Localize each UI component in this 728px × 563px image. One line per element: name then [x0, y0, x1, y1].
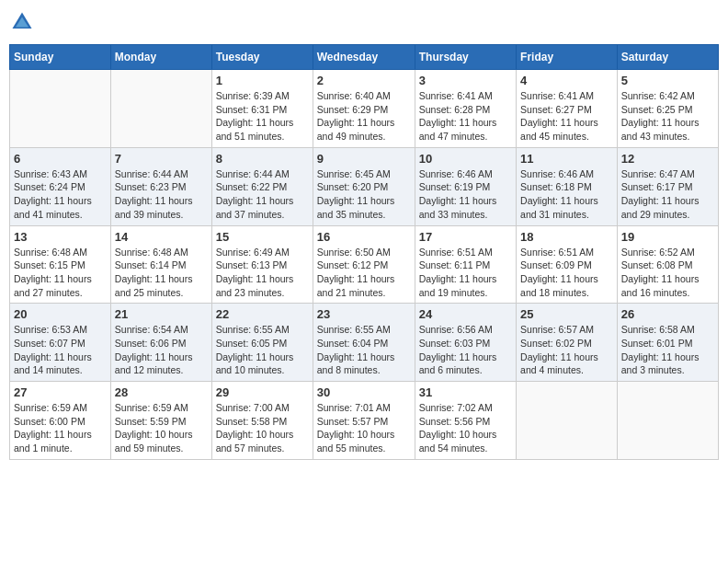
day-info: Sunrise: 6:50 AMSunset: 6:12 PMDaylight:…	[317, 246, 411, 300]
day-number: 6	[14, 152, 107, 166]
calendar-cell: 2Sunrise: 6:40 AMSunset: 6:29 PMDaylight…	[313, 70, 415, 148]
day-number: 19	[621, 230, 714, 244]
day-info: Sunrise: 6:40 AMSunset: 6:29 PMDaylight:…	[317, 89, 411, 144]
day-info: Sunrise: 6:48 AMSunset: 6:14 PMDaylight:…	[115, 246, 208, 300]
day-info: Sunrise: 6:51 AMSunset: 6:11 PMDaylight:…	[419, 246, 512, 300]
day-info: Sunrise: 6:49 AMSunset: 6:13 PMDaylight:…	[216, 246, 309, 300]
week-row-5: 27Sunrise: 6:59 AMSunset: 6:00 PMDayligh…	[10, 382, 719, 460]
day-number: 16	[317, 230, 411, 244]
calendar-cell: 24Sunrise: 6:56 AMSunset: 6:03 PMDayligh…	[415, 304, 516, 382]
day-info: Sunrise: 6:45 AMSunset: 6:20 PMDaylight:…	[317, 167, 411, 222]
calendar-cell: 22Sunrise: 6:55 AMSunset: 6:05 PMDayligh…	[211, 304, 313, 382]
day-number: 21	[115, 307, 208, 321]
calendar-cell: 18Sunrise: 6:51 AMSunset: 6:09 PMDayligh…	[517, 225, 618, 304]
day-header-monday: Monday	[110, 45, 211, 70]
calendar-cell: 14Sunrise: 6:48 AMSunset: 6:14 PMDayligh…	[110, 225, 211, 304]
calendar-cell: 3Sunrise: 6:41 AMSunset: 6:28 PMDaylight…	[415, 70, 516, 148]
day-number: 29	[216, 385, 309, 399]
day-number: 20	[14, 307, 107, 321]
day-info: Sunrise: 6:43 AMSunset: 6:24 PMDaylight:…	[14, 167, 107, 222]
day-number: 9	[317, 152, 411, 166]
calendar-cell: 19Sunrise: 6:52 AMSunset: 6:08 PMDayligh…	[617, 225, 718, 304]
calendar-cell: 1Sunrise: 6:39 AMSunset: 6:31 PMDaylight…	[211, 70, 313, 148]
calendar-cell: 23Sunrise: 6:55 AMSunset: 6:04 PMDayligh…	[313, 304, 415, 382]
day-info: Sunrise: 6:58 AMSunset: 6:01 PMDaylight:…	[621, 323, 714, 377]
day-info: Sunrise: 6:42 AMSunset: 6:25 PMDaylight:…	[621, 89, 714, 144]
day-number: 1	[216, 74, 309, 87]
calendar-cell: 26Sunrise: 6:58 AMSunset: 6:01 PMDayligh…	[617, 304, 718, 382]
calendar-cell	[10, 70, 111, 148]
day-number: 22	[216, 307, 309, 321]
day-number: 5	[621, 74, 714, 87]
day-number: 24	[419, 307, 512, 321]
calendar-cell: 7Sunrise: 6:44 AMSunset: 6:23 PMDaylight…	[110, 147, 211, 225]
day-info: Sunrise: 6:55 AMSunset: 6:04 PMDaylight:…	[317, 323, 411, 377]
day-number: 25	[520, 307, 613, 321]
day-number: 7	[115, 152, 208, 166]
calendar-cell: 17Sunrise: 6:51 AMSunset: 6:11 PMDayligh…	[415, 225, 516, 304]
calendar-cell	[617, 382, 718, 460]
day-info: Sunrise: 6:57 AMSunset: 6:02 PMDaylight:…	[520, 323, 613, 377]
calendar-cell: 10Sunrise: 6:46 AMSunset: 6:19 PMDayligh…	[415, 147, 516, 225]
calendar-cell: 28Sunrise: 6:59 AMSunset: 5:59 PMDayligh…	[110, 382, 211, 460]
day-number: 17	[419, 230, 512, 244]
day-number: 3	[419, 74, 512, 87]
day-info: Sunrise: 6:44 AMSunset: 6:22 PMDaylight:…	[216, 167, 309, 222]
calendar-cell	[517, 382, 618, 460]
day-number: 11	[520, 152, 613, 166]
day-number: 28	[115, 385, 208, 399]
day-number: 12	[621, 152, 714, 166]
day-info: Sunrise: 6:46 AMSunset: 6:18 PMDaylight:…	[520, 167, 613, 222]
day-info: Sunrise: 6:41 AMSunset: 6:27 PMDaylight:…	[520, 89, 613, 144]
logo-icon	[9, 9, 35, 35]
day-number: 31	[419, 385, 512, 399]
day-header-friday: Friday	[517, 45, 618, 70]
day-info: Sunrise: 6:53 AMSunset: 6:07 PMDaylight:…	[14, 323, 107, 377]
day-number: 15	[216, 230, 309, 244]
calendar-cell	[110, 70, 211, 148]
calendar-cell: 27Sunrise: 6:59 AMSunset: 6:00 PMDayligh…	[10, 382, 111, 460]
day-header-saturday: Saturday	[617, 45, 718, 70]
day-info: Sunrise: 6:48 AMSunset: 6:15 PMDaylight:…	[14, 246, 107, 300]
calendar-cell: 21Sunrise: 6:54 AMSunset: 6:06 PMDayligh…	[110, 304, 211, 382]
day-info: Sunrise: 6:54 AMSunset: 6:06 PMDaylight:…	[115, 323, 208, 377]
calendar-cell: 6Sunrise: 6:43 AMSunset: 6:24 PMDaylight…	[10, 147, 111, 225]
day-info: Sunrise: 6:56 AMSunset: 6:03 PMDaylight:…	[419, 323, 512, 377]
day-info: Sunrise: 6:41 AMSunset: 6:28 PMDaylight:…	[419, 89, 512, 144]
calendar-cell: 25Sunrise: 6:57 AMSunset: 6:02 PMDayligh…	[517, 304, 618, 382]
calendar-cell: 9Sunrise: 6:45 AMSunset: 6:20 PMDaylight…	[313, 147, 415, 225]
day-number: 23	[317, 307, 411, 321]
day-info: Sunrise: 6:44 AMSunset: 6:23 PMDaylight:…	[115, 167, 208, 222]
day-header-thursday: Thursday	[415, 45, 516, 70]
calendar-header-row: SundayMondayTuesdayWednesdayThursdayFrid…	[10, 45, 719, 70]
week-row-1: 1Sunrise: 6:39 AMSunset: 6:31 PMDaylight…	[10, 70, 719, 148]
calendar-cell: 8Sunrise: 6:44 AMSunset: 6:22 PMDaylight…	[211, 147, 313, 225]
page-header	[9, 9, 719, 35]
logo	[9, 9, 39, 35]
day-info: Sunrise: 7:02 AMSunset: 5:56 PMDaylight:…	[419, 401, 512, 455]
calendar-cell: 31Sunrise: 7:02 AMSunset: 5:56 PMDayligh…	[415, 382, 516, 460]
day-number: 8	[216, 152, 309, 166]
week-row-3: 13Sunrise: 6:48 AMSunset: 6:15 PMDayligh…	[10, 225, 719, 304]
day-info: Sunrise: 6:52 AMSunset: 6:08 PMDaylight:…	[621, 246, 714, 300]
day-number: 10	[419, 152, 512, 166]
calendar-cell: 16Sunrise: 6:50 AMSunset: 6:12 PMDayligh…	[313, 225, 415, 304]
day-info: Sunrise: 6:55 AMSunset: 6:05 PMDaylight:…	[216, 323, 309, 377]
calendar-cell: 11Sunrise: 6:46 AMSunset: 6:18 PMDayligh…	[517, 147, 618, 225]
day-info: Sunrise: 6:39 AMSunset: 6:31 PMDaylight:…	[216, 89, 309, 144]
calendar-cell: 13Sunrise: 6:48 AMSunset: 6:15 PMDayligh…	[10, 225, 111, 304]
day-header-sunday: Sunday	[10, 45, 111, 70]
day-info: Sunrise: 7:01 AMSunset: 5:57 PMDaylight:…	[317, 401, 411, 455]
day-info: Sunrise: 6:59 AMSunset: 6:00 PMDaylight:…	[14, 401, 107, 455]
day-header-tuesday: Tuesday	[211, 45, 313, 70]
day-info: Sunrise: 6:51 AMSunset: 6:09 PMDaylight:…	[520, 246, 613, 300]
day-info: Sunrise: 6:47 AMSunset: 6:17 PMDaylight:…	[621, 167, 714, 222]
day-number: 26	[621, 307, 714, 321]
calendar-cell: 15Sunrise: 6:49 AMSunset: 6:13 PMDayligh…	[211, 225, 313, 304]
day-number: 13	[14, 230, 107, 244]
day-info: Sunrise: 6:46 AMSunset: 6:19 PMDaylight:…	[419, 167, 512, 222]
day-number: 4	[520, 74, 613, 87]
week-row-2: 6Sunrise: 6:43 AMSunset: 6:24 PMDaylight…	[10, 147, 719, 225]
calendar-table: SundayMondayTuesdayWednesdayThursdayFrid…	[9, 44, 719, 460]
day-number: 18	[520, 230, 613, 244]
